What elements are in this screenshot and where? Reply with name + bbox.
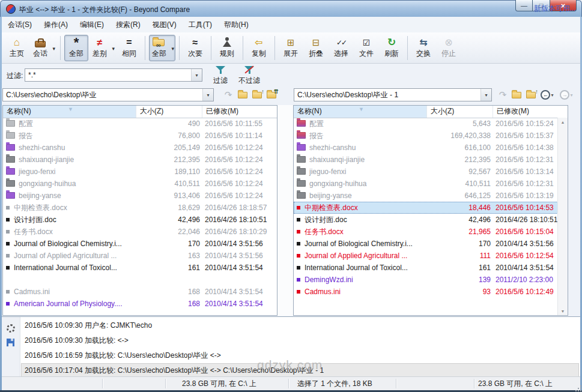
minimize-button[interactable]: —	[515, 0, 533, 11]
left-parent-folder-button[interactable]: ↑	[250, 89, 264, 101]
toolbar-button-swap[interactable]: ⇆交换	[411, 35, 435, 61]
title-bar[interactable]: 毕业 <--> 毕业 - 1 - 文件夹比较(F) - Beyond Compa…	[0, 0, 582, 17]
left-pane-row-13[interactable]: International Journal of Toxicol...16120…	[3, 262, 277, 274]
right-pane-row-8[interactable]: 中期检查表.docx18,4462016/5/6 10:14:53	[294, 202, 558, 214]
left-pane-row-2[interactable]: 报告76,8002016/5/6 10:11:14	[3, 130, 277, 142]
folder-icon	[297, 156, 306, 163]
resize-grip[interactable]	[575, 385, 577, 387]
right-pane-row-12[interactable]: Journal of Applied Agricultural ...11120…	[294, 250, 558, 262]
menu-item-6[interactable]: 工具(T)	[183, 17, 218, 33]
toolbar-button-display-all[interactable]: ∞全部▾	[149, 35, 175, 61]
toolbar-button-all[interactable]: *全部	[64, 35, 88, 61]
right-pane-row-5[interactable]: jieguo-fenxi92,5672016/5/6 10:13:14	[294, 166, 558, 178]
folder-up-icon: ↑	[252, 92, 262, 98]
left-path-combobox[interactable]: C:\Users\echo\Desktop\毕业 ▾	[2, 88, 214, 101]
left-pane-row-1[interactable]: 配置4902016/5/6 10:11:55	[3, 118, 277, 130]
apply-filter-button[interactable]: 过滤	[206, 65, 235, 86]
right-pane-row-9[interactable]: 设计封面.doc42,4962016/4/26 18:10:51	[294, 214, 558, 226]
left-path-value[interactable]: C:\Users\echo\Desktop\毕业	[3, 90, 202, 100]
left-pane-row-8[interactable]: 中期检查表.docx18,6292016/4/26 18:18:57	[3, 202, 277, 214]
toolbar-button-collapse[interactable]: ⊟折叠	[304, 35, 328, 61]
dropdown-caret-icon[interactable]: ▾	[112, 46, 115, 52]
menu-item-4[interactable]: 搜索(R)	[110, 17, 147, 33]
left-pane-row-3[interactable]: shezhi-canshu205,1492016/5/6 10:12:24	[3, 142, 277, 154]
toolbar-button-home[interactable]: ⌂主页	[5, 35, 29, 61]
path-bar: C:\Users\echo\Desktop\毕业 ▾ ↷ ↑ ⇈ C:\User…	[2, 86, 580, 104]
column-header-size[interactable]: 大小(Z)	[136, 106, 202, 118]
toolbar-button-files[interactable]: ☑文件	[354, 35, 378, 61]
toolbar-button-rules[interactable]: 规则	[215, 35, 239, 61]
toolbar-button-sessions[interactable]: 会话▾	[30, 35, 56, 61]
dropdown-arrow-icon[interactable]: ▾	[191, 69, 202, 81]
left-pane-row-15[interactable]: Cadmus.ini1682010/4/14 3:51:54	[3, 286, 277, 298]
column-header-modified[interactable]: 已修改(M)	[493, 106, 568, 118]
toolbar-button-refresh[interactable]: ↻刷新	[380, 35, 404, 61]
right-pane-row-15[interactable]: Cadmus.ini932016/5/6 10:12:49	[294, 286, 558, 298]
right-pane-row-3[interactable]: shezhi-canshu616,1002016/5/6 10:14:38	[294, 142, 558, 154]
scroll-down-icon[interactable]: ▼	[558, 307, 568, 315]
filter-value[interactable]: *.*	[25, 71, 191, 79]
both-parent-folders-button[interactable]: ⇈	[265, 89, 278, 101]
back-button[interactable]: ←▾	[539, 89, 556, 101]
right-path-combobox[interactable]: C:\Users\echo\Desktop\毕业 - 1 ▾	[294, 88, 492, 101]
dropdown-arrow-icon[interactable]: ▾	[202, 89, 213, 101]
toolbar-button-copy[interactable]: ⇦复制	[247, 35, 271, 61]
forward-button[interactable]: →▾	[558, 89, 575, 101]
left-pane-row-5[interactable]: jieguo-fenxi189,1102016/5/6 10:12:24	[3, 166, 277, 178]
left-browse-folder-button[interactable]	[236, 89, 249, 101]
right-pane-row-6[interactable]: gongxiang-huihua410,5112016/5/6 10:12:31	[294, 178, 558, 190]
dropdown-caret-icon[interactable]: ▾	[171, 46, 174, 52]
left-pane-row-4[interactable]: shaixuanqi-jianjie212,3952016/5/6 10:12:…	[3, 154, 277, 166]
toolbar-button-expand[interactable]: ⊞展开	[279, 35, 303, 61]
new-version-link[interactable]: 新版本可用...	[534, 4, 576, 14]
log-gear-icon[interactable]	[7, 324, 15, 333]
toolbar-button-select[interactable]: ✓✓选择	[329, 35, 353, 61]
item-size: 913,406	[133, 190, 200, 202]
log-entry-2[interactable]: 2016/5/6 10:09:30 加载比较: <->	[21, 333, 579, 348]
item-modified: 2010/4/14 3:51:56	[496, 238, 557, 250]
right-pane-row-4[interactable]: shaixuanqi-jianjie212,3952016/5/6 10:12:…	[294, 154, 558, 166]
right-disk-space-status: 23.8 GB 可用, 在 C:\ 上	[478, 377, 553, 390]
right-pane-row-13[interactable]: International Journal of Toxicol...16120…	[294, 262, 558, 274]
left-pane-row-6[interactable]: gongxiang-huihua410,5112016/5/6 10:12:24	[3, 178, 277, 190]
filter-combobox[interactable]: *.* ▾	[25, 68, 202, 82]
right-pane-row-14[interactable]: DemingWzd.ini1392011/2/10 2:23:00	[294, 274, 558, 286]
right-pane-row-11[interactable]: Journal of Biological Chemistry.i...1702…	[294, 238, 558, 250]
save-log-icon[interactable]	[7, 339, 14, 346]
item-modified: 2010/4/14 3:51:54	[496, 262, 557, 274]
left-pane-row-12[interactable]: Journal of Applied Agricultural ...16320…	[3, 250, 277, 262]
left-pane-row-11[interactable]: Journal of Biological Chemistry.i...1702…	[3, 238, 277, 250]
scroll-up-icon[interactable]: ▲	[558, 118, 568, 126]
menu-item-5[interactable]: 视图(V)	[147, 17, 183, 33]
clear-filter-button[interactable]: 不过滤	[235, 65, 264, 86]
menu-item-7[interactable]: 帮助(H)	[218, 17, 255, 33]
log-entry-1[interactable]: 2016/5/6 10:09:30 用户名: CJMKT\echo	[21, 318, 579, 333]
toolbar-button-minor[interactable]: ≈次要	[183, 35, 207, 61]
left-pane-row-7[interactable]: beijing-yanse913,4062016/5/6 10:12:24	[3, 190, 277, 202]
left-pane-row-10[interactable]: 任务书.docx22,0462016/4/26 18:10:29	[3, 226, 277, 238]
toolbar-button-label: 全部	[69, 49, 83, 59]
menu-item-1[interactable]: 会话(S)	[2, 17, 38, 33]
right-pane-row-7[interactable]: beijing-yanse646,1252016/5/6 10:13:19	[294, 190, 558, 202]
right-pane-row-1[interactable]: 配置5,6432016/5/6 10:15:24	[294, 118, 558, 130]
menu-item-3[interactable]: 编辑(E)	[74, 17, 110, 33]
item-name-cell: 报告	[294, 130, 427, 142]
right-pane-row-2[interactable]: 报告169,420,3382016/5/6 10:15:37	[294, 130, 558, 142]
toolbar-button-same[interactable]: =相同	[117, 35, 141, 61]
right-browse-folder-button[interactable]	[510, 89, 523, 101]
left-pane-row-16[interactable]: American Journal of Physiology....168201…	[3, 298, 277, 310]
column-header-size[interactable]: 大小(Z)	[427, 106, 493, 118]
column-header-modified[interactable]: 已修改(M)	[202, 106, 277, 118]
item-name: shaixuanqi-jianjie	[309, 155, 365, 164]
item-name: shezhi-canshu	[19, 143, 65, 152]
vertical-scrollbar[interactable]: ▲ ▼	[557, 118, 568, 315]
menu-item-2[interactable]: 操作(A)	[38, 17, 74, 33]
right-parent-folder-button[interactable]: ↑	[524, 89, 538, 101]
right-pane-row-10[interactable]: 任务书.docx21,9652016/5/6 10:15:04	[294, 226, 558, 238]
left-pane-row-9[interactable]: 设计封面.doc42,4962016/4/26 18:10:51	[3, 214, 277, 226]
dropdown-arrow-icon[interactable]: ▾	[480, 89, 491, 101]
dropdown-caret-icon[interactable]: ▾	[52, 46, 55, 52]
item-size: 410,511	[133, 178, 200, 190]
right-path-value[interactable]: C:\Users\echo\Desktop\毕业 - 1	[294, 90, 480, 100]
toolbar-button-diffs[interactable]: ≠差别▾	[89, 35, 116, 61]
